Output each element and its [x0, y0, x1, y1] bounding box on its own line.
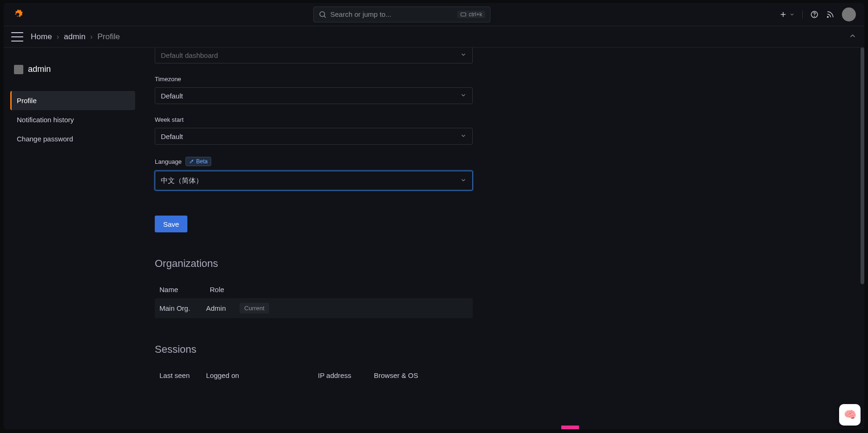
grafana-logo[interactable] — [11, 8, 24, 21]
default-dashboard-select[interactable]: Default dashboard — [155, 48, 473, 63]
svg-rect-3 — [461, 13, 466, 16]
sessions-title: Sessions — [155, 343, 473, 356]
sidebar-item-profile[interactable]: Profile — [10, 91, 135, 110]
current-org-badge: Current — [240, 303, 269, 314]
breadcrumb-bar: Home › admin › Profile — [4, 26, 864, 48]
select-value: 中文（简体） — [161, 176, 203, 185]
page-sidebar: admin Profile Notification history Chang… — [4, 48, 142, 429]
sessions-header-lastseen: Last seen — [159, 371, 197, 379]
svg-point-7 — [814, 16, 815, 16]
scrollbar-track[interactable] — [860, 48, 864, 429]
language-label-row: Language Beta — [155, 157, 473, 166]
scrollbar-thumb[interactable] — [861, 48, 864, 284]
sessions-action-stub[interactable] — [561, 426, 579, 429]
weekstart-select[interactable]: Default — [155, 128, 473, 145]
svg-line-2 — [324, 16, 326, 18]
timezone-label: Timezone — [155, 76, 473, 83]
org-row: Main Org. Admin Current — [155, 298, 473, 318]
user-avatar[interactable] — [842, 7, 856, 21]
breadcrumb-sep: › — [90, 32, 93, 42]
sidebar-item-label: Change password — [17, 135, 73, 143]
chevron-down-icon — [460, 177, 467, 185]
sidebar-item-label: Profile — [17, 97, 37, 105]
rocket-icon — [189, 159, 194, 164]
svg-point-8 — [827, 16, 828, 17]
svg-point-0 — [16, 13, 20, 16]
add-icon[interactable] — [779, 10, 787, 19]
chevron-down-icon — [460, 51, 467, 59]
org-cell-name: Main Org. — [159, 304, 197, 312]
add-chevron-icon[interactable] — [789, 12, 795, 17]
sidebar-item-change-password[interactable]: Change password — [10, 129, 135, 148]
org-header-role: Role — [210, 286, 234, 293]
breadcrumb-current: Profile — [97, 32, 120, 42]
brain-icon: 🧠 — [844, 409, 856, 421]
breadcrumb-home[interactable]: Home — [31, 32, 52, 42]
org-cell-role: Admin — [206, 304, 230, 312]
svg-point-9 — [192, 161, 193, 161]
sidebar-item-label: Notification history — [17, 116, 74, 124]
language-label: Language — [155, 158, 182, 165]
organizations-title: Organizations — [155, 258, 473, 270]
breadcrumb: Home › admin › Profile — [31, 32, 120, 42]
search-placeholder: Search or jump to... — [331, 10, 458, 18]
help-icon[interactable] — [810, 10, 819, 19]
sessions-header-browser: Browser & OS — [374, 371, 434, 379]
assistant-orb[interactable]: 🧠 — [839, 404, 861, 426]
sidebar-user-name: admin — [28, 64, 51, 74]
chevron-down-icon — [460, 133, 467, 140]
select-value: Default — [161, 133, 183, 140]
sidebar-user-avatar — [14, 65, 23, 74]
chevron-down-icon — [460, 92, 467, 100]
collapse-icon[interactable] — [848, 32, 857, 42]
sidebar-item-notification-history[interactable]: Notification history — [10, 110, 135, 129]
weekstart-label: Week start — [155, 116, 473, 123]
topbar: Search or jump to... ctrl+k — [4, 3, 864, 26]
sessions-table-header: Last seen Logged on IP address Browser &… — [155, 367, 473, 384]
sessions-header-loggedon: Logged on — [206, 371, 276, 379]
breadcrumb-sep: › — [56, 32, 59, 42]
select-value: Default dashboard — [161, 51, 218, 59]
timezone-select[interactable]: Default — [155, 87, 473, 104]
rss-icon[interactable] — [826, 10, 834, 19]
organizations-table: Name Role Main Org. Admin Current — [155, 281, 473, 318]
sessions-header-ip: IP address — [318, 371, 360, 379]
search-kbd-hint: ctrl+k — [457, 11, 485, 18]
save-button[interactable]: Save — [155, 216, 187, 232]
search-icon — [318, 10, 327, 19]
svg-point-1 — [320, 12, 325, 17]
breadcrumb-admin[interactable]: admin — [64, 32, 85, 42]
beta-badge: Beta — [186, 157, 211, 166]
global-search[interactable]: Search or jump to... ctrl+k — [313, 7, 490, 22]
select-value: Default — [161, 92, 183, 100]
org-header-name: Name — [159, 286, 197, 293]
language-select[interactable]: 中文（简体） — [155, 171, 473, 190]
menu-toggle-icon[interactable] — [11, 32, 23, 42]
sidebar-user: admin — [10, 64, 135, 74]
